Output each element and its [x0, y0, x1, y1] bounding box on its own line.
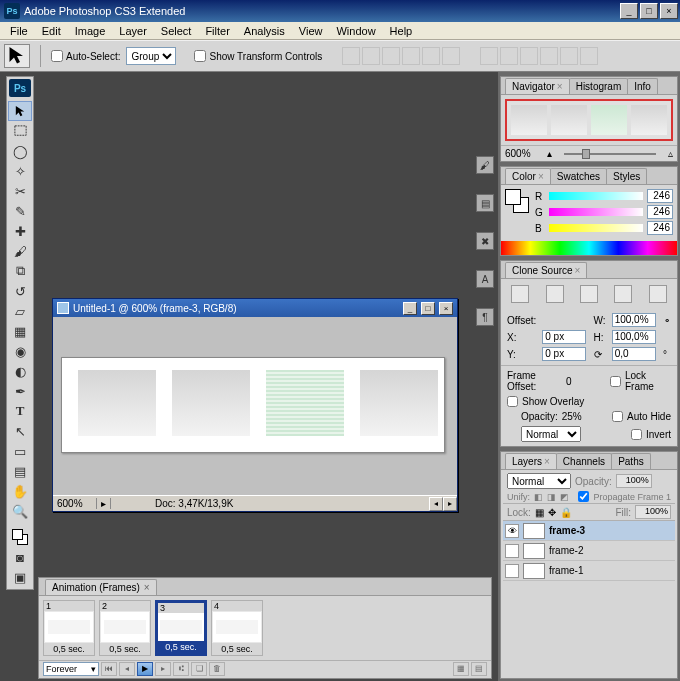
clone-source-5-icon[interactable]	[649, 285, 667, 303]
navigator-thumbnail[interactable]	[505, 99, 673, 141]
link-wh-icon[interactable]: ⚬	[663, 315, 671, 326]
close-button[interactable]: ×	[660, 3, 678, 19]
blend-mode-select[interactable]: Normal	[507, 473, 571, 489]
menu-edit[interactable]: Edit	[36, 24, 67, 38]
move-tool-preview-icon[interactable]	[4, 44, 30, 68]
dist-right-icon[interactable]	[580, 47, 598, 65]
tab-clone-source[interactable]: Clone Source×	[505, 262, 587, 278]
frame-delay[interactable]: 0,5 sec.	[100, 643, 150, 655]
b-value[interactable]: 246	[647, 221, 673, 235]
lock-frame-checkbox[interactable]: Lock Frame	[610, 370, 671, 392]
path-tool-icon[interactable]: ↖	[8, 421, 32, 441]
h-field[interactable]: 100,0%	[612, 330, 656, 344]
tab-swatches[interactable]: Swatches	[550, 168, 607, 184]
hscroll-left-icon[interactable]: ◂	[429, 497, 443, 511]
layer-name[interactable]: frame-1	[549, 565, 583, 576]
r-slider[interactable]	[549, 192, 643, 200]
zoom-tool-icon[interactable]: 🔍	[8, 501, 32, 521]
r-value[interactable]: 246	[647, 189, 673, 203]
animation-frame-2[interactable]: 2 0,5 sec.	[99, 600, 151, 656]
align-hcenter-icon[interactable]	[422, 47, 440, 65]
visibility-icon[interactable]	[505, 544, 519, 558]
timeline-mode-icon[interactable]: ▦	[453, 662, 469, 676]
delete-frame-icon[interactable]: 🗑	[209, 662, 225, 676]
brushes-dock-icon[interactable]: 🖌	[476, 156, 494, 174]
menu-layer[interactable]: Layer	[113, 24, 153, 38]
invert-checkbox[interactable]: Invert	[631, 429, 671, 440]
layer-item-frame-1[interactable]: frame-1	[503, 561, 675, 581]
layer-thumbnail[interactable]	[523, 563, 545, 579]
auto-select-target[interactable]: Group	[126, 47, 176, 65]
color-swatch-pair[interactable]	[505, 189, 529, 213]
tab-layers[interactable]: Layers×	[505, 453, 557, 469]
dist-hcenter-icon[interactable]	[560, 47, 578, 65]
lock-all-icon[interactable]: 🔒	[560, 507, 572, 518]
notes-tool-icon[interactable]: ▤	[8, 461, 32, 481]
ps-badge-icon[interactable]: Ps	[9, 79, 31, 97]
navigator-zoom-slider[interactable]	[564, 153, 656, 155]
dist-top-icon[interactable]	[480, 47, 498, 65]
zoom-in-icon[interactable]: ▵	[668, 148, 673, 159]
zoom-out-icon[interactable]: ▴	[547, 148, 552, 159]
doc-maximize-button[interactable]: □	[421, 302, 435, 315]
tab-color[interactable]: Color×	[505, 168, 551, 184]
crop-tool-icon[interactable]: ✂	[8, 181, 32, 201]
layer-item-frame-2[interactable]: frame-2	[503, 541, 675, 561]
layer-thumbnail[interactable]	[523, 543, 545, 559]
screenmode-icon[interactable]: ▣	[8, 567, 32, 587]
clone-source-4-icon[interactable]	[614, 285, 632, 303]
tab-info[interactable]: Info	[627, 78, 658, 94]
y-field[interactable]: 0 px	[542, 347, 586, 361]
wand-tool-icon[interactable]: ✧	[8, 161, 32, 181]
align-top-icon[interactable]	[342, 47, 360, 65]
layercomps-dock-icon[interactable]: ✖	[476, 232, 494, 250]
w-field[interactable]: 100,0%	[612, 313, 656, 327]
auto-hide-checkbox[interactable]: Auto Hide	[612, 411, 671, 422]
dist-vcenter-icon[interactable]	[500, 47, 518, 65]
color-spectrum[interactable]	[501, 241, 677, 255]
eraser-tool-icon[interactable]: ▱	[8, 301, 32, 321]
menu-help[interactable]: Help	[384, 24, 419, 38]
fill-field[interactable]: 100%	[635, 505, 671, 519]
layer-item-frame-3[interactable]: 👁 frame-3	[503, 521, 675, 541]
menu-filter[interactable]: Filter	[199, 24, 235, 38]
doc-minimize-button[interactable]: _	[403, 302, 417, 315]
blur-tool-icon[interactable]: ◉	[8, 341, 32, 361]
move-tool-icon[interactable]	[8, 101, 32, 121]
heal-tool-icon[interactable]: ✚	[8, 221, 32, 241]
overlay-mode-select[interactable]: Normal	[521, 426, 581, 442]
align-left-icon[interactable]	[402, 47, 420, 65]
tab-paths[interactable]: Paths	[611, 453, 651, 469]
tab-histogram[interactable]: Histogram	[569, 78, 629, 94]
hand-tool-icon[interactable]: ✋	[8, 481, 32, 501]
zoom-menu-icon[interactable]: ▸	[101, 498, 106, 509]
frame-delay[interactable]: 0,5 sec.	[212, 643, 262, 655]
align-vcenter-icon[interactable]	[362, 47, 380, 65]
overlay-opacity-field[interactable]: 25%	[562, 411, 596, 422]
type-tool-icon[interactable]: T	[8, 401, 32, 421]
frame-delay[interactable]: 0,5 sec.	[158, 641, 204, 653]
fg-bg-swatch-icon[interactable]	[8, 527, 32, 547]
eyedropper-tool-icon[interactable]: ✎	[8, 201, 32, 221]
toolpresets-dock-icon[interactable]: ▤	[476, 194, 494, 212]
hscroll-right-icon[interactable]: ▸	[443, 497, 457, 511]
navigator-zoom[interactable]: 600%	[505, 148, 541, 159]
brush-tool-icon[interactable]: 🖌	[8, 241, 32, 261]
g-value[interactable]: 246	[647, 205, 673, 219]
document-zoom[interactable]: 600%	[53, 498, 97, 509]
show-overlay-checkbox[interactable]: Show Overlay	[507, 396, 584, 407]
next-frame-icon[interactable]: ▸	[155, 662, 171, 676]
document-canvas[interactable]	[61, 357, 445, 453]
b-slider[interactable]	[549, 224, 643, 232]
layer-name[interactable]: frame-2	[549, 545, 583, 556]
menu-view[interactable]: View	[293, 24, 329, 38]
menu-window[interactable]: Window	[330, 24, 381, 38]
lasso-tool-icon[interactable]: ◯	[8, 141, 32, 161]
clone-source-2-icon[interactable]	[546, 285, 564, 303]
document-titlebar[interactable]: Untitled-1 @ 600% (frame-3, RGB/8) _ □ ×	[53, 299, 457, 317]
propagate-checkbox[interactable]: Propagate Frame 1	[578, 491, 671, 502]
dodge-tool-icon[interactable]: ◐	[8, 361, 32, 381]
maximize-button[interactable]: □	[640, 3, 658, 19]
angle-field[interactable]: 0,0	[612, 347, 656, 361]
lock-position-icon[interactable]: ✥	[548, 507, 556, 518]
